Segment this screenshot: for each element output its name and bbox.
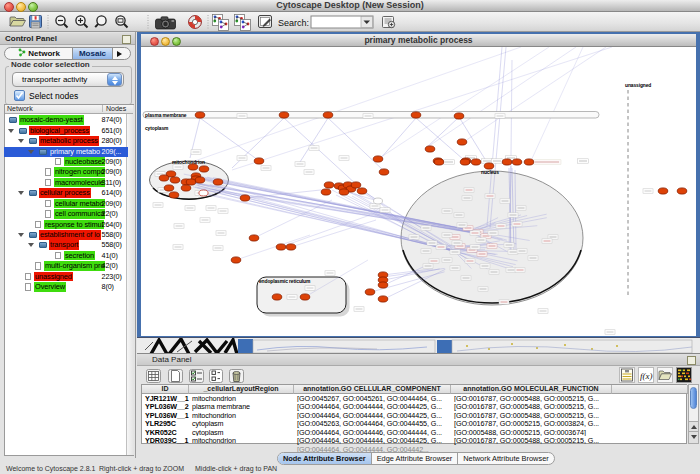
svg-text:Search:: Search:	[278, 18, 309, 28]
svg-text:mitochondrion: mitochondrion	[172, 160, 205, 165]
svg-text:cytoplasm: cytoplasm	[145, 126, 169, 131]
svg-text:unassigned: unassigned	[625, 83, 651, 88]
svg-text:plasma membrane: plasma membrane	[145, 113, 187, 118]
svg-text:f(x): f(x)	[640, 371, 653, 381]
svg-text:endoplasmic reticulum: endoplasmic reticulum	[259, 279, 311, 284]
svg-text:nucleus: nucleus	[481, 170, 499, 175]
